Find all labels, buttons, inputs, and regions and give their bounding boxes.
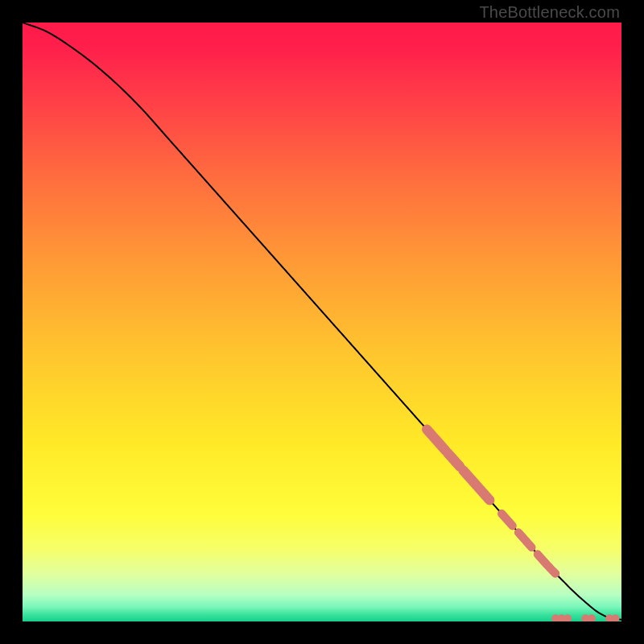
chart-plot-area <box>23 23 621 621</box>
chart-frame: TheBottleneck.com <box>0 0 644 644</box>
chart-background <box>23 23 621 621</box>
watermark-text: TheBottleneck.com <box>479 3 620 22</box>
